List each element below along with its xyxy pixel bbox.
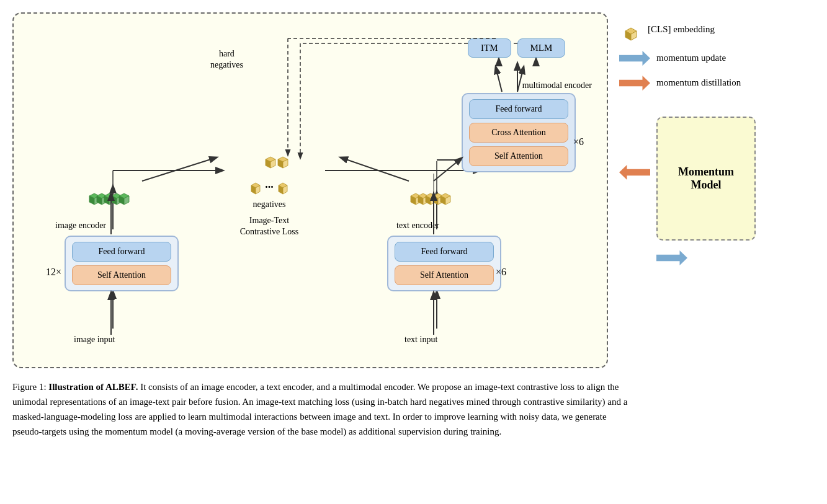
- text-multiplier: ×6: [496, 267, 506, 278]
- image-encoder-label: image encoder: [55, 221, 106, 231]
- cls-label: [CLS] embedding: [648, 24, 715, 36]
- text-encoder-label: text encoder: [396, 221, 439, 231]
- multimodal-encoder-block: Feed forward Cross Attention Self Attent…: [462, 93, 576, 172]
- caption: Figure 1: Illustration of ALBEF. It cons…: [12, 379, 633, 439]
- momentum-update-arrow: [619, 51, 650, 66]
- text-feed-forward: Feed forward: [395, 242, 494, 262]
- task-boxes: ITM MLM: [468, 38, 565, 58]
- text-input-label: text input: [405, 335, 437, 345]
- svg-line-56: [496, 67, 502, 92]
- svg-line-63: [341, 157, 409, 181]
- text-encoder-inner: Feed forward Self Attention: [387, 236, 501, 291]
- text-self-attention: Self Attention: [395, 265, 494, 285]
- multimodal-encoder-inner: Feed forward Cross Attention Self Attent…: [462, 93, 576, 172]
- multimodal-self-attention: Self Attention: [469, 146, 568, 166]
- figure-num: Figure 1:: [12, 382, 47, 392]
- text-cubes: [406, 179, 462, 215]
- legend-momentum-update: momentum update: [619, 51, 793, 66]
- multimodal-feed-forward: Feed forward: [469, 99, 568, 119]
- itc-full-label: Image-TextContrastive Loss: [207, 215, 331, 237]
- momentum-distillation-arrow: [619, 76, 650, 91]
- legend-cls: [CLS] embedding: [619, 19, 793, 41]
- momentum-distillation-label: momentum distillation: [656, 77, 741, 89]
- diagram-inner: Feed forward Self Attention 12× image en…: [27, 25, 593, 353]
- hard-negatives-label: hardnegatives: [210, 48, 243, 71]
- svg-line-62: [142, 157, 217, 181]
- itc-label: negatives: [207, 199, 331, 210]
- image-feed-forward: Feed forward: [72, 242, 171, 262]
- image-multiplier: 12×: [46, 267, 61, 278]
- image-encoder-inner: Feed forward Self Attention: [65, 236, 179, 291]
- text-encoder-block: Feed forward Self Attention: [387, 236, 501, 291]
- legend-momentum-distillation: momentum distillation: [619, 76, 793, 91]
- momentum-model-right-arrow: [656, 250, 687, 265]
- legend: [CLS] embedding momentum update momentum…: [619, 12, 793, 265]
- image-input-label: image input: [74, 335, 115, 345]
- image-cubes: [84, 179, 140, 215]
- svg-line-64: [434, 158, 462, 181]
- itm-box: ITM: [468, 38, 511, 58]
- momentum-model-left-arrow: [619, 165, 650, 180]
- multimodal-encoder-label: multimodal encoder: [517, 81, 592, 91]
- diagram-row: Feed forward Self Attention 12× image en…: [12, 12, 815, 368]
- image-encoder-block: Feed forward Self Attention: [65, 236, 179, 291]
- multimodal-multiplier: ×6: [573, 136, 584, 148]
- itc-area: ··· negatives Image-TextContrastive Loss: [207, 148, 331, 238]
- image-self-attention: Self Attention: [72, 265, 171, 285]
- multimodal-cross-attention: Cross Attention: [469, 123, 568, 143]
- main-container: Feed forward Self Attention 12× image en…: [12, 12, 815, 439]
- caption-bold: Illustration of ALBEF.: [48, 382, 138, 392]
- momentum-update-label: momentum update: [656, 52, 726, 64]
- mlm-box: MLM: [517, 38, 566, 58]
- momentum-model-box: Momentum Model: [656, 117, 756, 241]
- dashed-box: Feed forward Self Attention 12× image en…: [12, 12, 608, 368]
